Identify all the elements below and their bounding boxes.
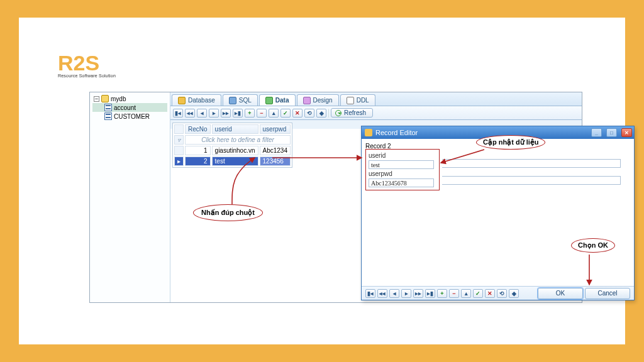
cell-userid[interactable]: giasutinhoc.vn [212,146,258,155]
nav-prevpage-icon[interactable]: ◂◂ [185,109,195,118]
nav-nextpage-icon[interactable]: ▸▸ [413,289,423,298]
dialog-toolbar: ▮◂ ◂◂ ◂ ▸ ▸▸ ▸▮ + − ▴ ✓ ✕ ⟲ ◆ OK Cancel [362,286,634,300]
edit-icon[interactable]: ▴ [461,289,471,298]
tab-label: Design [313,97,333,104]
add-icon[interactable]: + [245,109,255,118]
cell-userpwd[interactable]: 123456 [260,156,291,166]
filter-placeholder[interactable]: Click here to define a filter [185,135,291,145]
db-tree: − mydb account CUSTOMER [90,92,170,302]
filter-icon[interactable]: ▿ [174,135,184,145]
nav-nextpage-icon[interactable]: ▸▸ [221,109,231,118]
delete-icon[interactable]: − [449,289,459,298]
logo-title: R2S [58,52,116,74]
record-editor-dialog: Record Editor _ □ ✕ Record 2 userid user… [361,126,635,300]
tree-item-label: CUSTOMER [114,113,150,120]
edit-icon[interactable]: ▴ [269,109,279,118]
page-frame: R2S Resource Software Solution − mydb ac… [19,18,625,344]
database-icon [178,97,186,104]
table-icon [104,112,112,120]
annotation-update: Cập nhật dữ liệu [476,135,545,150]
maximize-icon[interactable]: □ [606,128,617,137]
tree-item-label: account [114,104,136,111]
nav-first-icon[interactable]: ▮◂ [365,289,375,298]
field-input-userpwd[interactable] [369,178,434,187]
separator [328,109,329,118]
cancel-icon[interactable]: ✕ [485,289,495,298]
table-row[interactable]: 1 giasutinhoc.vn Abc1234 [174,146,291,155]
sql-icon [229,97,236,104]
tree-node-db[interactable]: − mydb [92,94,167,103]
annotation-doubleclick: Nhấn đúp chuột [193,204,263,221]
col-userpwd[interactable]: userpwd [260,124,291,134]
nav-last-icon[interactable]: ▸▮ [425,289,435,298]
cell-userid[interactable]: test [212,156,258,166]
ok-label: OK [556,290,565,297]
tab-database[interactable]: Database [172,94,221,106]
field-label-userid: userid [369,152,436,159]
close-icon[interactable]: ✕ [621,128,632,137]
dialog-title: Record Editor [375,129,418,136]
tree-node-customer[interactable]: CUSTOMER [92,112,167,121]
tab-design[interactable]: Design [297,94,339,106]
nav-first-icon[interactable]: ▮◂ [173,109,183,118]
table-icon [104,104,112,111]
commit-icon[interactable]: ✓ [473,289,483,298]
refresh-label: Refresh [344,109,366,116]
table-row[interactable]: ▸ 2 test 123456 [174,156,291,166]
commit-icon[interactable]: ✓ [280,109,291,118]
fields-highlight-box: userid userpwd [365,149,440,190]
ok-button[interactable]: OK [538,288,583,299]
nav-prev-icon[interactable]: ◂ [389,289,399,298]
minimize-icon[interactable]: _ [591,128,602,137]
cancel-label: Cancel [597,290,617,297]
delete-icon[interactable]: − [257,109,267,118]
cell-recno[interactable]: 1 [185,146,211,155]
row-indicator [174,146,184,155]
nav-next-icon[interactable]: ▸ [401,289,411,298]
collapse-icon[interactable]: − [94,96,99,102]
tab-sql[interactable]: SQL [223,94,258,106]
tab-label: Data [275,97,289,104]
refresh-rec-icon[interactable]: ⟲ [497,289,507,298]
bookmark-icon[interactable]: ◆ [316,109,326,118]
grid-corner [174,124,184,134]
refresh-rec-icon[interactable]: ⟲ [304,109,314,118]
logo-subtitle: Resource Software Solution [58,74,116,78]
refresh-button[interactable]: Refresh [331,108,373,118]
ddl-icon [347,97,354,104]
field-input-userid[interactable] [369,160,434,169]
cancel-button[interactable]: Cancel [585,288,630,299]
nav-next-icon[interactable]: ▸ [209,109,219,118]
nav-last-icon[interactable]: ▸▮ [233,109,243,118]
col-recno[interactable]: RecNo [185,124,211,134]
tree-node-account[interactable]: account [92,103,167,112]
tree-db-label: mydb [111,96,126,102]
app-window: − mydb account CUSTOMER Database SQL Dat… [89,92,582,303]
tab-label: DDL [357,97,369,104]
data-icon [265,97,273,104]
cell-recno[interactable]: 2 [185,156,211,166]
field-label-userpwd: userpwd [369,170,436,177]
workarea: Database SQL Data Design DDL ▮◂ ◂◂ ◂ ▸ ▸… [170,92,582,302]
tab-label: Database [188,97,215,104]
design-icon [303,97,311,104]
brand-logo: R2S Resource Software Solution [58,52,116,78]
annotation-choose-ok: Chọn OK [571,238,615,253]
refresh-icon [335,110,341,116]
tab-ddl[interactable]: DDL [340,94,375,106]
nav-prevpage-icon[interactable]: ◂◂ [377,289,387,298]
view-tabs: Database SQL Data Design DDL [170,92,582,106]
dialog-body: Record 2 userid userpwd Cập nhật [362,139,634,286]
cell-userpwd[interactable]: Abc1234 [260,146,291,155]
cancel-icon[interactable]: ✕ [292,109,303,118]
nav-prev-icon[interactable]: ◂ [197,109,207,118]
bookmark-icon[interactable]: ◆ [509,289,519,298]
database-icon [101,95,109,102]
tab-label: SQL [239,97,252,104]
add-icon[interactable]: + [437,289,447,298]
record-toolbar: ▮◂ ◂◂ ◂ ▸ ▸▸ ▸▮ + − ▴ ✓ ✕ ⟲ ◆ Refresh [170,106,582,120]
col-userid[interactable]: userid [212,124,258,134]
data-grid[interactable]: RecNo userid userpwd ▿ Click here to def… [172,123,292,168]
tab-data[interactable]: Data [259,94,296,106]
dialog-icon [365,129,372,136]
